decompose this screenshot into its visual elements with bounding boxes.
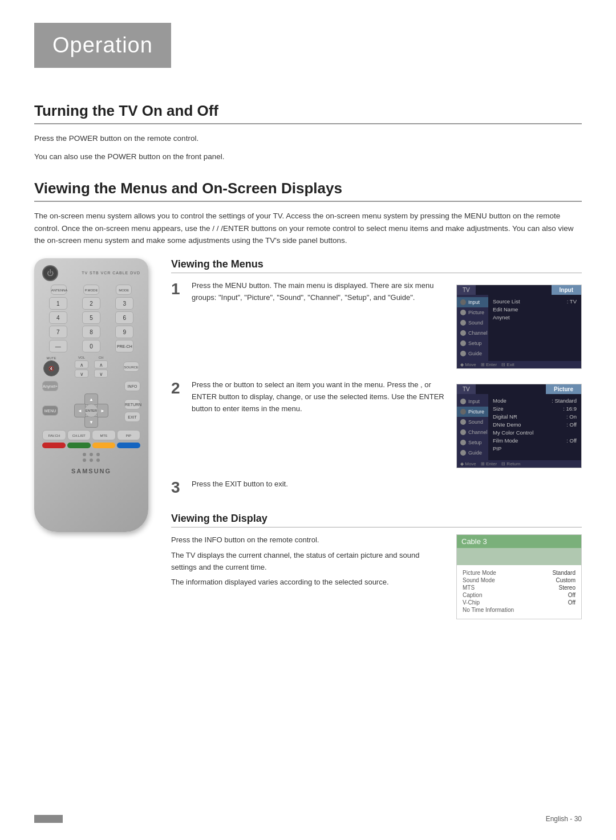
- btn-0[interactable]: 0: [82, 340, 100, 352]
- dpad-down[interactable]: ▼: [84, 416, 98, 428]
- viewing-display-subtitle: Viewing the Display: [171, 513, 582, 527]
- pip-button[interactable]: PIP: [117, 430, 141, 440]
- display-text-2: The TV displays the current channel, the…: [171, 550, 445, 574]
- mute-label: MUTE: [47, 356, 56, 360]
- page-footer: English - 30: [34, 815, 582, 823]
- btn-prech[interactable]: PRE-CH: [115, 340, 133, 352]
- chlist-button[interactable]: CH.LIST: [67, 430, 91, 440]
- tv-row-anynet: Anynet: [493, 314, 577, 320]
- sound-mode-value: Custom: [556, 577, 576, 583]
- section-title-viewing-menus: Viewing the Menus and On-Screen Displays: [34, 180, 582, 202]
- step-1-text: Press the MENU button. The main menu is …: [192, 280, 449, 304]
- tv-pic-filmmode: Film Mode : Off: [493, 437, 577, 444]
- p-sound-icon: [460, 419, 466, 425]
- sound-mode-label: Sound Mode: [463, 577, 495, 583]
- btn-8[interactable]: 8: [82, 326, 100, 338]
- green-button[interactable]: [67, 443, 91, 448]
- btn-4[interactable]: 4: [49, 311, 67, 324]
- step-2-text: Press the or button to select an item yo…: [192, 379, 449, 415]
- p-picture-icon: [460, 409, 466, 415]
- source-button[interactable]: SOURCE: [123, 362, 139, 372]
- dot: [83, 453, 86, 456]
- input-icon: [460, 299, 466, 305]
- btn-5[interactable]: 5: [82, 311, 100, 324]
- dpad: ▲ ▼ ◄ ► ENTER: [74, 393, 108, 428]
- btn-dash[interactable]: —: [49, 340, 67, 352]
- mts-label-display: MTS: [463, 585, 475, 591]
- btn-7[interactable]: 7: [49, 326, 67, 338]
- vol-up[interactable]: ∧: [75, 360, 88, 368]
- p-channel-icon: [460, 429, 466, 435]
- dots-row-2: [83, 458, 100, 462]
- ch-label: CH: [99, 356, 104, 359]
- red-button[interactable]: [42, 443, 66, 448]
- yellow-button[interactable]: [92, 443, 116, 448]
- mts-button[interactable]: MTS: [92, 430, 116, 440]
- pmode-button[interactable]: P.MODE: [83, 285, 99, 295]
- notime-label: No Time Information: [463, 607, 514, 613]
- pic-dnr-value: : On: [566, 413, 577, 420]
- dpad-right[interactable]: ►: [97, 404, 108, 417]
- return-button[interactable]: RETURN: [124, 399, 140, 409]
- tv-menu-picture-footer: ◆ Move ⊞ Enter ⊟ Return: [457, 460, 581, 468]
- btn-2[interactable]: 2: [82, 297, 100, 310]
- tv-p-item-guide: Guide: [457, 448, 488, 458]
- section-title-turning-on: Turning the TV On and Off: [34, 102, 582, 124]
- display-text-3: The information displayed varies accordi…: [171, 577, 445, 589]
- tv-menu-input-footer: ◆ Move ⊞ Enter ⊟ Exit: [457, 361, 581, 368]
- antenna-button[interactable]: ANTENNA: [51, 285, 67, 295]
- btn-9[interactable]: 9: [115, 326, 133, 338]
- ch-control: CH ∧ ∨: [94, 356, 108, 378]
- source-list-value: : TV: [567, 298, 577, 305]
- display-row-vchip: V-Chip Off: [463, 599, 576, 606]
- setup-icon: [460, 340, 466, 346]
- page-title: Operation: [52, 33, 153, 58]
- display-section: Viewing the Display Press the INFO butto…: [171, 513, 582, 619]
- blue-button[interactable]: [117, 443, 140, 448]
- dpad-up[interactable]: ▲: [84, 393, 98, 405]
- btn-1[interactable]: 1: [49, 297, 67, 310]
- step-2-content: Press the or button to select an item yo…: [192, 379, 582, 468]
- dot: [90, 453, 93, 456]
- enter-button[interactable]: ENTER: [84, 404, 98, 417]
- power-button[interactable]: [42, 265, 58, 281]
- remote-numpad: 1 2 3 4 5 6 7 8 9 — 0 PRE-CH: [42, 297, 140, 352]
- display-channel: Cable 3: [457, 535, 581, 548]
- anynet-button[interactable]: Anynet+: [42, 381, 58, 391]
- exit-button[interactable]: EXIT: [124, 412, 140, 422]
- mute-button[interactable]: 🔇: [43, 360, 59, 376]
- pic-size-value: : 16:9: [563, 405, 577, 412]
- tv-row-editname: Edit Name: [493, 306, 577, 313]
- ch-up[interactable]: ∧: [94, 360, 108, 368]
- display-row-mts: MTS Stereo: [463, 585, 576, 591]
- colored-buttons: [42, 443, 140, 448]
- pic-pip-label: PIP: [493, 445, 501, 452]
- caption-value: Off: [568, 592, 576, 598]
- info-button[interactable]: INFO: [124, 381, 140, 391]
- tv-pic-size: Size : 16:9: [493, 405, 577, 412]
- picture-mode-label: Picture Mode: [463, 570, 496, 576]
- vol-down[interactable]: ∨: [75, 370, 88, 378]
- display-info-screenshot: Cable 3 Picture Mode Standard Sound Mode…: [456, 534, 582, 619]
- ch-down[interactable]: ∨: [94, 370, 108, 378]
- btn-6[interactable]: 6: [115, 311, 133, 324]
- edit-name-label: Edit Name: [493, 306, 518, 313]
- btn-3[interactable]: 3: [115, 297, 133, 310]
- tv-menu-input-header: TV Input: [457, 285, 581, 295]
- footer-exit: ⊟ Exit: [501, 362, 514, 367]
- tv-row-sourcelist: Source List : TV: [493, 298, 577, 305]
- vol-control: VOL ∧ ∨: [75, 356, 88, 378]
- guide-icon: [460, 351, 466, 356]
- remote-power-row: TV STB VCR CABLE DVD: [42, 265, 140, 281]
- p-footer-return: ⊟ Return: [501, 461, 520, 466]
- dpad-left[interactable]: ◄: [74, 404, 86, 417]
- dots-row-1: [83, 453, 100, 456]
- menu-button[interactable]: MENU: [42, 405, 58, 416]
- display-row-sound-mode: Sound Mode Custom: [463, 577, 576, 583]
- favch-button[interactable]: FAV.CH: [42, 430, 66, 440]
- mode-button[interactable]: MODE: [116, 285, 132, 295]
- step-3: 3 Press the EXIT button to exit.: [171, 478, 582, 496]
- remote-dots: [42, 453, 140, 462]
- footer-bar: [34, 815, 63, 823]
- step-3-text: Press the EXIT button to exit.: [192, 478, 582, 490]
